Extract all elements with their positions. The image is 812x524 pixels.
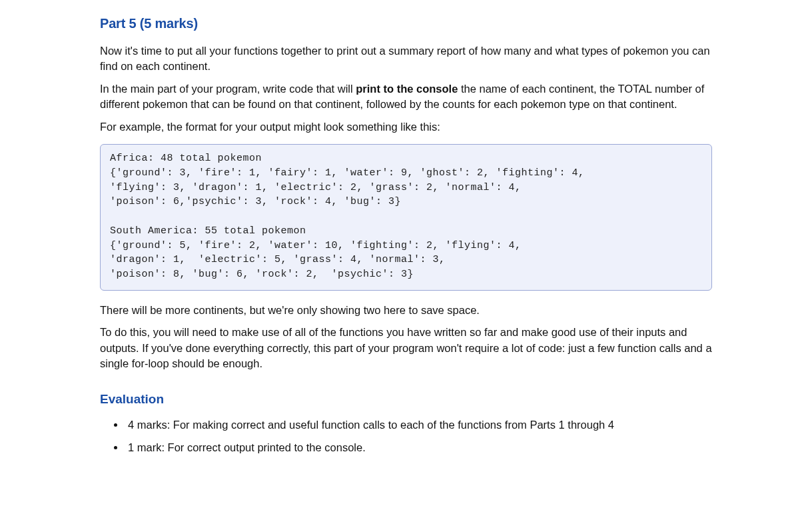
bold-text: print to the console — [356, 83, 458, 95]
intro-paragraph-3: For example, the format for your output … — [100, 119, 712, 135]
list-item: 1 mark: For correct output printed to th… — [125, 439, 712, 456]
evaluation-heading: Evaluation — [100, 392, 712, 407]
intro-paragraph-1: Now it's time to put all your functions … — [100, 43, 712, 75]
followup-paragraph-2: To do this, you will need to make use of… — [100, 325, 712, 371]
followup-paragraph-1: There will be more continents, but we're… — [100, 303, 712, 318]
intro-paragraph-2: In the main part of your program, write … — [100, 81, 712, 113]
document-page: Part 5 (5 marks) Now it's time to put al… — [0, 0, 812, 524]
text-span: In the main part of your program, write … — [100, 83, 356, 95]
section-heading: Part 5 (5 marks) — [100, 16, 712, 31]
list-item: 4 marks: For making correct and useful f… — [125, 416, 712, 433]
example-output-code: Africa: 48 total pokemon {'ground': 3, '… — [100, 144, 712, 291]
evaluation-list: 4 marks: For making correct and useful f… — [113, 416, 712, 457]
